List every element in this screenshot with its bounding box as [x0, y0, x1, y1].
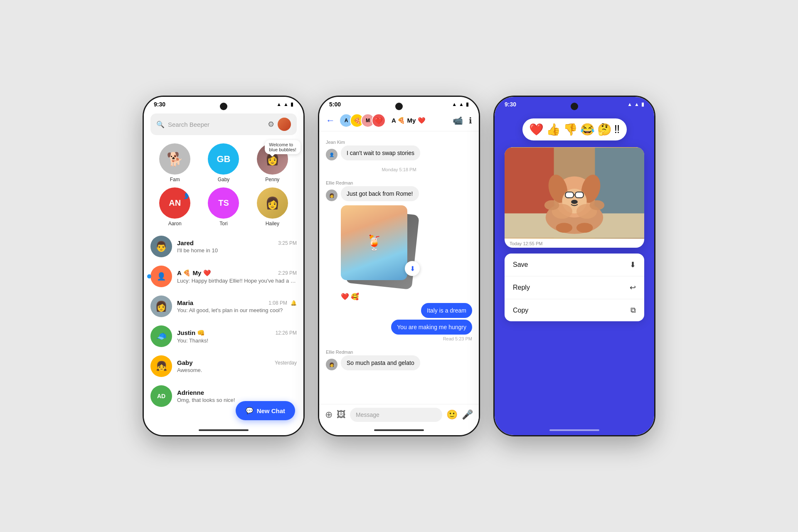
- home-indicator-1: [199, 429, 249, 431]
- reaction-heart-btn[interactable]: ❤️: [529, 123, 544, 136]
- reaction-heart[interactable]: ❤️: [341, 293, 349, 300]
- pinned-aaron[interactable]: AN 👤 Aaron: [159, 187, 190, 227]
- jean-avatar: 👤: [326, 149, 337, 160]
- justin-content: Justin 👊 12:26 PM You: Thanks!: [177, 329, 297, 344]
- group-a-content: A 🍕 My ❤️ 2:29 PM Lucy: Happy birthday E…: [177, 269, 297, 284]
- dog-photo: [505, 147, 644, 239]
- time-2: 5:00: [329, 101, 341, 108]
- pinned-gaby-label: Gaby: [218, 177, 230, 182]
- emoji-reaction-bar: ❤️ 👍 👎 😂 🤔 ‼️: [522, 118, 627, 140]
- message-input[interactable]: Message: [350, 408, 442, 422]
- back-button[interactable]: ←: [326, 115, 335, 126]
- dog-photo-card: Today 12:55 PM: [505, 147, 644, 248]
- message-bubble-1: I can't wait to swap stories: [341, 145, 420, 160]
- notch-1: [220, 103, 227, 110]
- justin-avatar: 🧢: [150, 325, 172, 347]
- sender-ellie-label-container-2: Ellie Redman 👩 So much pasta and gelato: [326, 346, 472, 370]
- group-a-preview: Lucy: Happy birthday Ellie!! Hope you've…: [177, 278, 297, 284]
- reaction-thumbsdown-btn[interactable]: 👎: [563, 123, 578, 136]
- pinned-gaby[interactable]: GB Gaby: [208, 143, 239, 182]
- ellie-avatar-2: 👩: [326, 359, 337, 370]
- unread-indicator: [147, 274, 151, 278]
- new-chat-button[interactable]: 💬 New Chat: [236, 401, 295, 420]
- image-front: 🍹: [341, 205, 407, 280]
- search-input[interactable]: Search Beeper: [168, 121, 264, 128]
- new-chat-label: New Chat: [257, 407, 285, 414]
- sender-ellie-label: Ellie Redman: [326, 180, 472, 185]
- message-row-1: 👤 I can't wait to swap stories: [326, 145, 472, 160]
- jared-name: Jared: [177, 239, 194, 246]
- save-icon: ⬇: [630, 260, 636, 269]
- header-avatars: A 🍕 M ❤️: [339, 113, 386, 128]
- chat-item-group-a[interactable]: 👤 A 🍕 My ❤️ 2:29 PM Lucy: Happy birthday…: [144, 261, 303, 291]
- wifi-icon-3: ▲: [627, 101, 632, 107]
- online-indicator: [257, 171, 260, 175]
- search-bar[interactable]: 🔍 Search Beeper ⚙: [150, 113, 297, 135]
- wifi-icon-2: ▲: [452, 101, 457, 107]
- wifi-icon: ▲: [276, 101, 281, 107]
- pinned-fam-avatar: 🐕: [159, 143, 190, 175]
- reaction-laugh-btn[interactable]: 😂: [580, 123, 595, 136]
- chat-item-justin[interactable]: 🧢 Justin 👊 12:26 PM You: Thanks!: [144, 321, 303, 351]
- svg-rect-14: [565, 192, 574, 198]
- save-label: Save: [513, 261, 528, 268]
- context-reply[interactable]: Reply ↩: [505, 276, 644, 299]
- svg-point-22: [576, 223, 593, 233]
- notch-2: [395, 103, 403, 110]
- chat-item-jared[interactable]: 👨 Jared 3:25 PM I'll be home in 10: [144, 232, 303, 261]
- context-save[interactable]: Save ⬇: [505, 254, 644, 276]
- jared-preview: I'll be home in 10: [177, 247, 297, 254]
- emoji-icon[interactable]: 🙂: [446, 409, 458, 420]
- chat-item-gaby[interactable]: 👧 Gaby Yesterday Awesome.: [144, 351, 303, 381]
- pinned-penny[interactable]: 👩 Welcome toblue bubbles! Penny: [257, 143, 288, 182]
- reaction-thumbsup-btn[interactable]: 👍: [546, 123, 561, 136]
- sent-message-2: You are making me hungry: [391, 320, 472, 335]
- svg-point-13: [571, 200, 578, 204]
- reaction-thinking-btn[interactable]: 🤔: [597, 123, 612, 136]
- gaby-content: Gaby Yesterday Awesome.: [177, 359, 297, 373]
- settings-icon[interactable]: ⚙: [268, 120, 274, 129]
- pinned-row-1: 🐕 Fam GB Gaby 👩 Welcome toblue bubbles! …: [144, 140, 303, 184]
- gaby-time: Yesterday: [275, 360, 297, 366]
- user-avatar[interactable]: [278, 118, 291, 131]
- svg-point-19: [544, 200, 559, 210]
- info-icon[interactable]: ℹ: [469, 116, 472, 126]
- pinned-hailey[interactable]: 👩 Hailey: [257, 187, 288, 227]
- maria-avatar: 👩: [150, 296, 172, 317]
- pinned-penny-label: Penny: [265, 177, 279, 182]
- reaction-eyes[interactable]: 🥰: [351, 293, 359, 300]
- pinned-tori[interactable]: TS Tori: [208, 187, 239, 227]
- message-row-2: 👩 Just got back from Rome!: [326, 186, 472, 201]
- pinned-fam[interactable]: 🐕 Fam: [159, 143, 190, 182]
- status-icons-2: ▲ ▲ ▮: [452, 101, 469, 107]
- chat-bubble-icon: 💬: [246, 407, 254, 414]
- gaby-name: Gaby: [177, 359, 193, 366]
- justin-preview: You: Thanks!: [177, 337, 297, 344]
- context-copy[interactable]: Copy ⧉: [505, 299, 644, 321]
- pinned-hailey-avatar: 👩: [257, 187, 288, 219]
- maria-name: Maria: [177, 299, 193, 306]
- reaction-exclaim-btn[interactable]: ‼️: [614, 123, 620, 136]
- adrienne-name: Adrienne: [177, 389, 204, 396]
- message-row-3: 👩 So much pasta and gelato: [326, 355, 472, 370]
- voice-icon[interactable]: 🎤: [462, 409, 473, 420]
- add-attachment-icon[interactable]: ⊕: [325, 409, 332, 420]
- read-receipt: Read 5:23 PM: [443, 336, 472, 341]
- chat-item-maria[interactable]: 👩 Maria 1:08 PM 🔔 You: All good, let's p…: [144, 291, 303, 321]
- dog-photo-timestamp: Today 12:55 PM: [505, 239, 644, 248]
- time-1: 9:30: [154, 101, 165, 108]
- group-a-name: A 🍕 My ❤️: [177, 269, 211, 277]
- download-button[interactable]: ⬇: [405, 261, 420, 276]
- pinned-tori-label: Tori: [219, 221, 227, 227]
- svg-point-20: [590, 200, 605, 210]
- battery-icon-2: ▮: [466, 101, 469, 107]
- signal-icon-2: ▲: [459, 101, 464, 107]
- video-icon[interactable]: 📹: [453, 116, 463, 126]
- signal-icon: ▲: [283, 101, 288, 107]
- reply-label: Reply: [513, 284, 530, 291]
- pinned-fam-label: Fam: [170, 177, 180, 182]
- home-indicator-2: [374, 429, 424, 431]
- adrienne-avatar: AD: [150, 385, 172, 407]
- notch-3: [571, 103, 578, 110]
- media-icon[interactable]: 🖼: [337, 409, 346, 420]
